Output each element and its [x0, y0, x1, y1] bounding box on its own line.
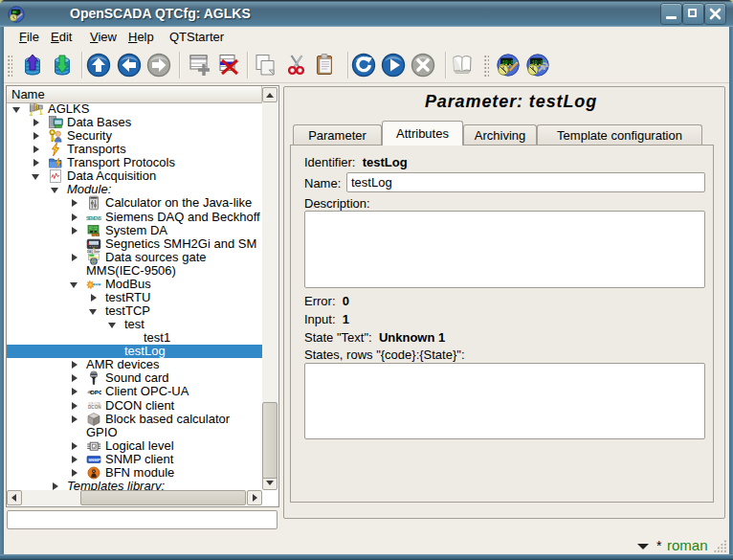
svg-text:DCON: DCON: [88, 405, 101, 410]
svg-text:SNMP: SNMP: [88, 458, 100, 462]
svg-text:OPC: OPC: [90, 389, 101, 395]
svg-text:SIEMENS: SIEMENS: [86, 216, 101, 221]
